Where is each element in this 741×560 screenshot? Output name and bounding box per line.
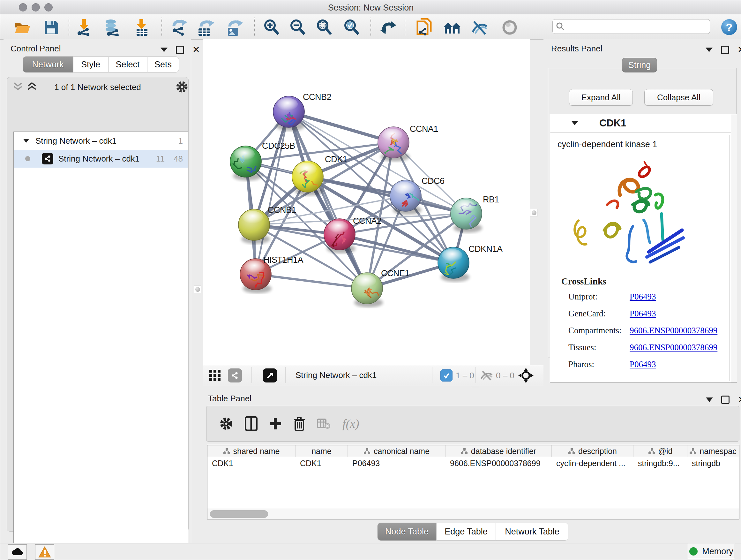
control-panel-float-icon[interactable] [176, 46, 184, 54]
search-box[interactable] [552, 19, 710, 34]
column-header[interactable]: database identifier [446, 445, 552, 457]
tab-sets[interactable]: Sets [147, 57, 179, 72]
new-network-from-selection-icon[interactable] [415, 18, 433, 37]
export-network-icon[interactable] [170, 18, 188, 37]
collapse-all-button[interactable]: Collapse All [644, 89, 713, 106]
node-label-CCNB2: CCNB2 [303, 92, 331, 102]
network-badge-icon[interactable] [228, 368, 242, 382]
birds-eye-view-icon[interactable] [263, 368, 277, 382]
memory-button[interactable]: Memory [688, 544, 735, 559]
export-table-icon[interactable] [197, 18, 214, 37]
network-canvas[interactable]: CCNB2CCNA1CDC25BCDK1CDC6RB1CCNB1CCNA2CDK… [203, 39, 530, 365]
hidden-eye-icon[interactable] [480, 370, 493, 381]
import-table-from-file-icon[interactable] [133, 18, 151, 37]
delete-table-icon[interactable] [317, 418, 331, 429]
toolbar-separator [254, 17, 255, 36]
add-column-icon[interactable] [269, 417, 282, 430]
window-title: Session: New Session [0, 3, 741, 13]
network-options-gear-icon[interactable] [176, 80, 188, 93]
node-table[interactable]: shared name name canonical name database… [207, 445, 739, 519]
grid-view-icon[interactable] [209, 370, 221, 382]
tab-select[interactable]: Select [108, 57, 147, 72]
column-header[interactable]: namespac [687, 445, 738, 457]
network-list-container: 1 of 1 Network selected String Network –… [7, 77, 189, 532]
main-toolbar: ? [0, 14, 741, 40]
results-panel-collapse-icon[interactable] [705, 48, 713, 52]
collection-expander-icon[interactable] [23, 139, 29, 143]
expand-all-button[interactable]: Expand All [569, 89, 633, 106]
network-row-selected[interactable]: String Network – cdk1 11 48 [14, 150, 188, 168]
zoom-in-icon[interactable] [263, 18, 280, 37]
network-node-CDKN1A[interactable]: CDKN1A [438, 244, 502, 282]
control-panel-close-icon[interactable]: ✕ [192, 47, 200, 53]
crosslink-uniprot-link[interactable]: P06493 [630, 292, 656, 302]
network-node-CCNA1[interactable]: CCNA1 [378, 124, 438, 162]
table-panel-collapse-icon[interactable] [706, 397, 713, 402]
crosslink-genecard-link[interactable]: P06493 [630, 309, 656, 319]
zoom-out-icon[interactable] [289, 18, 307, 37]
crosslink-pharos-link[interactable]: P06493 [630, 360, 656, 369]
import-network-from-file-icon[interactable] [75, 18, 93, 37]
protein-card-expander-icon[interactable] [571, 121, 578, 125]
node-label-HIST1H1A: HIST1H1A [263, 255, 304, 265]
delete-column-trash-icon[interactable] [293, 416, 306, 431]
network-edge-CCNB2-HIST1H1A[interactable] [256, 112, 289, 274]
tab-style[interactable]: Style [73, 57, 108, 72]
left-splitter-handle[interactable] [194, 286, 201, 293]
tab-edge-table[interactable]: Edge Table [436, 523, 496, 541]
import-network-from-database-icon[interactable] [103, 18, 121, 37]
tab-string-results[interactable]: String [622, 58, 657, 72]
network-collection-row[interactable]: String Network – cdk1 1 [14, 132, 188, 150]
right-splitter-handle[interactable] [530, 209, 538, 216]
results-panel-float-icon[interactable] [721, 46, 729, 54]
network-edge-CCNB2-RB1[interactable] [289, 112, 466, 213]
show-all-icon[interactable] [501, 18, 519, 37]
warnings-button[interactable] [35, 544, 54, 560]
column-header[interactable]: shared name [207, 445, 295, 457]
cloud-button[interactable] [8, 544, 27, 560]
selected-checkbox-icon[interactable] [441, 369, 453, 381]
help-button[interactable]: ? [721, 19, 737, 35]
tab-node-table[interactable]: Node Table [378, 523, 436, 541]
table-panel-float-icon[interactable] [721, 395, 730, 404]
crosslink-tissues-link[interactable]: 9606.ENSP00000378699 [630, 343, 718, 353]
zoom-selected-icon[interactable] [343, 18, 360, 37]
table-settings-gear-icon[interactable] [219, 417, 233, 431]
export-image-icon[interactable] [225, 18, 243, 37]
network-node-CDC6[interactable]: CDC6 [390, 176, 445, 215]
column-header[interactable]: name [295, 445, 348, 457]
save-session-icon[interactable] [43, 18, 60, 37]
tab-network-table[interactable]: Network Table [496, 523, 568, 541]
table-horizontal-scrollbar[interactable] [207, 509, 739, 519]
column-header[interactable]: @id [633, 445, 687, 457]
network-edge-HIST1H1A-CCNE1[interactable] [256, 274, 367, 288]
apply-preferred-layout-icon[interactable] [380, 18, 397, 37]
protein-card-header[interactable]: CDK1 [550, 114, 737, 132]
show-columns-icon[interactable] [245, 416, 258, 431]
column-header[interactable]: canonical name [348, 445, 446, 457]
function-builder-icon[interactable]: f(x) [342, 417, 359, 431]
search-input[interactable] [564, 22, 706, 31]
control-panel-collapse-icon[interactable] [160, 48, 167, 52]
crosslinks-title: CrossLinks [561, 276, 606, 287]
table-row[interactable]: CDK1 CDK1 P06493 9606.ENSP00000378699 cy… [207, 457, 739, 469]
network-title: String Network – cdk1 [295, 370, 377, 380]
hide-selected-icon[interactable] [471, 18, 488, 37]
title-bar: Session: New Session [0, 0, 741, 15]
open-session-icon[interactable] [14, 18, 31, 37]
tab-network[interactable]: Network [23, 57, 73, 72]
results-vertical-scrollbar[interactable] [731, 114, 737, 382]
pan-crosshair-icon[interactable] [518, 368, 534, 383]
column-header[interactable]: description [552, 445, 633, 457]
network-node-RB1[interactable]: RB1 [451, 195, 499, 233]
crosslink-label: GeneCard: [568, 309, 630, 319]
zoom-fit-icon[interactable] [315, 18, 333, 37]
crosslink-compartments-link[interactable]: 9606.ENSP00000378699 [630, 326, 718, 335]
results-panel-close-icon[interactable]: ✕ [738, 47, 741, 53]
network-node-HIST1H1A[interactable]: HIST1H1A [240, 255, 304, 294]
network-node-CCNE1[interactable]: CCNE1 [351, 268, 409, 307]
table-panel-close-icon[interactable]: ✕ [738, 396, 741, 403]
first-neighbors-icon[interactable] [443, 18, 461, 37]
network-node-CCNB2[interactable]: CCNB2 [273, 92, 331, 131]
scrollbar-thumb[interactable] [210, 510, 268, 518]
